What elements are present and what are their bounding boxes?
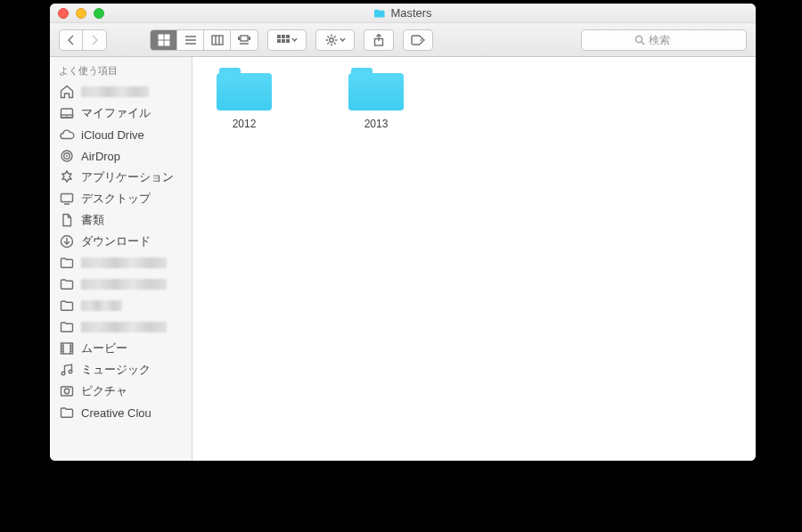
svg-point-39 xyxy=(66,155,68,157)
svg-rect-15 xyxy=(282,35,285,38)
folder-item[interactable]: 2013 xyxy=(339,68,413,130)
view-list-button[interactable] xyxy=(177,30,204,50)
sidebar-item-ミュージック[interactable]: ミュージック xyxy=(50,359,192,381)
svg-point-53 xyxy=(61,372,65,375)
sidebar-item-書類[interactable]: 書類 xyxy=(50,209,192,231)
redacted-label xyxy=(81,322,167,332)
folder-item[interactable]: 2012 xyxy=(207,68,282,130)
svg-point-56 xyxy=(64,389,69,393)
svg-point-32 xyxy=(635,36,642,42)
sidebar-item-Creative Clou[interactable]: Creative Clou xyxy=(50,402,192,423)
svg-rect-55 xyxy=(61,387,73,396)
sidebar: よく使う項目 マイファイルiCloud DriveAirDropアプリケーション… xyxy=(50,57,192,461)
minimize-window-button[interactable] xyxy=(76,8,86,19)
action-dropdown[interactable] xyxy=(315,29,355,51)
sidebar-item-redacted-10[interactable] xyxy=(50,295,192,316)
folder-name: 2013 xyxy=(364,118,389,130)
sidebar-item-label: iCloud Drive xyxy=(81,128,144,142)
svg-rect-0 xyxy=(159,35,163,39)
svg-rect-3 xyxy=(165,41,169,45)
folder-icon xyxy=(59,405,75,421)
myfiles-icon xyxy=(59,105,75,121)
music-icon xyxy=(59,362,75,378)
view-mode-segmented xyxy=(150,29,258,51)
movies-icon xyxy=(59,340,75,356)
chevron-down-icon xyxy=(291,37,298,42)
forward-button[interactable] xyxy=(83,30,106,50)
window-controls xyxy=(58,8,104,19)
sidebar-item-label: ムービー xyxy=(81,340,127,356)
arrange-dropdown[interactable] xyxy=(267,29,307,51)
content-area[interactable]: 20122013 xyxy=(192,57,756,461)
sidebar-item-iCloud Drive[interactable]: iCloud Drive xyxy=(50,124,192,145)
tag-icon xyxy=(411,35,425,45)
svg-point-31 xyxy=(421,39,422,41)
sidebar-item-label: ミュージック xyxy=(81,362,151,378)
desktop-icon xyxy=(59,191,75,207)
sidebar-item-ダウンロード[interactable]: ダウンロード xyxy=(50,231,192,252)
view-columns-button[interactable] xyxy=(204,30,231,50)
view-icons-button[interactable] xyxy=(151,30,177,50)
svg-rect-18 xyxy=(282,39,285,43)
folder-icon xyxy=(59,276,75,292)
share-icon xyxy=(373,34,384,46)
sidebar-item-label: マイファイル xyxy=(81,105,151,121)
tags-button[interactable] xyxy=(403,29,433,51)
sidebar-item-アプリケーション[interactable]: アプリケーション xyxy=(50,167,192,188)
sidebar-item-redacted-11[interactable] xyxy=(50,316,192,338)
share-button[interactable] xyxy=(364,29,394,51)
titlebar-folder-icon xyxy=(373,8,386,19)
sidebar-item-label: デスクトップ xyxy=(81,191,151,207)
svg-point-20 xyxy=(329,37,332,41)
airdrop-icon xyxy=(59,148,75,164)
folder-icon xyxy=(59,298,75,314)
sidebar-item-label: 書類 xyxy=(81,212,104,228)
chevron-down-icon xyxy=(340,37,346,42)
folder-icon xyxy=(59,255,75,271)
svg-rect-10 xyxy=(241,36,248,41)
sidebar-item-label: Creative Clou xyxy=(81,406,151,420)
sidebar-item-AirDrop[interactable]: AirDrop xyxy=(50,145,192,167)
svg-point-54 xyxy=(69,370,72,373)
sidebar-item-redacted-8[interactable] xyxy=(50,252,192,274)
svg-rect-1 xyxy=(165,35,169,39)
sidebar-item-label: AirDrop xyxy=(81,150,120,163)
folder-name: 2012 xyxy=(233,118,257,130)
window-title: Masters xyxy=(390,6,431,20)
gear-icon xyxy=(325,34,338,46)
pictures-icon xyxy=(59,383,75,399)
zoom-window-button[interactable] xyxy=(94,8,104,19)
apps-icon xyxy=(59,169,75,185)
titlebar: Masters xyxy=(50,4,756,23)
svg-rect-17 xyxy=(277,39,281,43)
svg-rect-12 xyxy=(249,37,250,40)
cloud-icon xyxy=(59,127,75,143)
folder-icon xyxy=(217,68,272,110)
view-coverflow-button[interactable] xyxy=(231,30,258,50)
search-input[interactable] xyxy=(649,34,693,46)
docs-icon xyxy=(59,212,75,228)
toolbar xyxy=(50,23,756,57)
svg-rect-7 xyxy=(212,36,223,45)
sidebar-item-redacted-0[interactable] xyxy=(50,81,192,102)
svg-line-33 xyxy=(642,42,644,45)
svg-point-57 xyxy=(70,388,70,389)
svg-rect-11 xyxy=(238,37,240,40)
back-button[interactable] xyxy=(60,30,83,50)
svg-rect-16 xyxy=(286,35,290,38)
sidebar-item-マイファイル[interactable]: マイファイル xyxy=(50,102,192,124)
svg-rect-2 xyxy=(159,41,163,45)
search-icon xyxy=(634,35,645,45)
sidebar-item-デスクトップ[interactable]: デスクトップ xyxy=(50,188,192,209)
redacted-label xyxy=(81,258,167,268)
svg-line-26 xyxy=(333,42,335,44)
sidebar-item-redacted-9[interactable] xyxy=(50,274,192,295)
sidebar-item-label: ピクチャ xyxy=(81,383,127,399)
redacted-label xyxy=(81,300,122,311)
search-field[interactable] xyxy=(581,29,747,51)
svg-rect-40 xyxy=(61,194,73,202)
close-window-button[interactable] xyxy=(58,8,69,19)
sidebar-item-ムービー[interactable]: ムービー xyxy=(50,338,192,359)
sidebar-item-ピクチャ[interactable]: ピクチャ xyxy=(50,381,192,402)
sidebar-item-label: ダウンロード xyxy=(81,233,151,250)
